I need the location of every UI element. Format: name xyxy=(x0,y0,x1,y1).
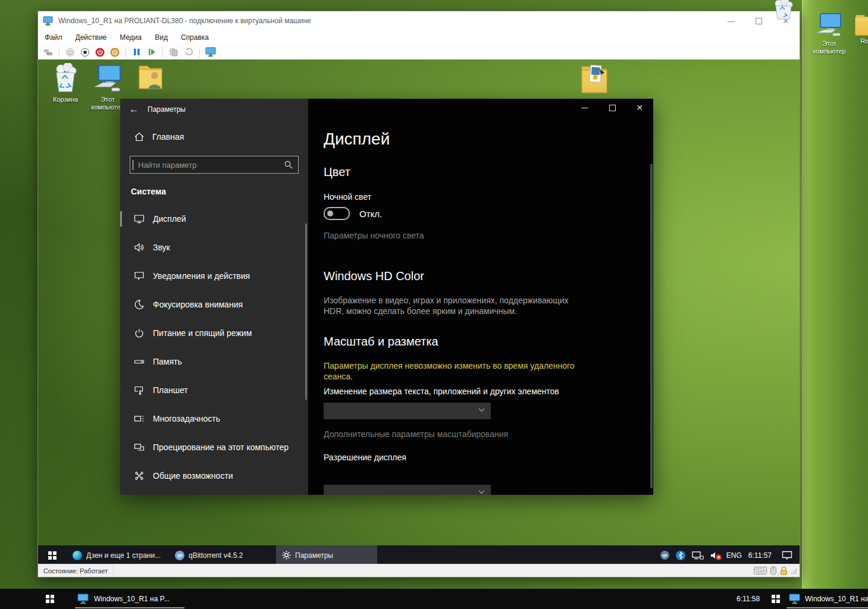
storage-icon xyxy=(133,356,145,368)
content-scrollbar[interactable] xyxy=(650,164,653,488)
host-task-vm-window-2[interactable]: Windows_10_R1 на P... xyxy=(789,589,868,609)
vm-status-bar: Состояние: Работает xyxy=(38,564,800,577)
host-clock[interactable]: 6:11:58 xyxy=(737,595,760,603)
settings-maximize-button[interactable] xyxy=(598,99,626,117)
host-task-vm-window[interactable]: Windows_10_R1 на P... xyxy=(77,589,170,609)
vm-user-folder-icon[interactable] xyxy=(137,62,164,93)
scale-dropdown[interactable] xyxy=(324,403,491,419)
vm-window-icon xyxy=(43,16,54,26)
action-center-icon[interactable] xyxy=(782,551,792,560)
nav-label: Проецирование на этот компьютер xyxy=(153,442,289,452)
search-icon[interactable] xyxy=(284,160,293,169)
vm-screen: Корзина Этот компьютер xyxy=(38,59,800,565)
this-pc-monitor-icon xyxy=(816,13,843,37)
sidebar-item-projecting[interactable]: Проецирование на этот компьютер xyxy=(120,433,308,462)
sidebar-item-multitasking[interactable]: Многозадачность xyxy=(120,404,308,433)
resume-icon[interactable] xyxy=(146,47,157,58)
selected-indicator xyxy=(120,211,122,227)
network-icon[interactable] xyxy=(692,551,704,560)
sidebar-item-home[interactable]: Главная xyxy=(120,120,308,147)
ctrl-alt-del-icon[interactable] xyxy=(43,47,54,58)
resolution-dropdown[interactable] xyxy=(324,485,491,495)
turn-off-icon[interactable] xyxy=(80,47,90,58)
nav-label: Многозадачность xyxy=(153,414,220,423)
nav-label: Уведомления и действия xyxy=(153,271,250,281)
volume-muted-icon[interactable] xyxy=(710,551,720,560)
sidebar-item-power-sleep[interactable]: Питание и спящий режим xyxy=(120,319,308,347)
vm-connection-window: Windows_10_R1 на PROLIANT-DL380 - подклю… xyxy=(37,11,800,577)
qbittorrent-icon: qb xyxy=(175,551,184,560)
vm-system-tray: qb ENG 6:11:57 xyxy=(660,545,800,565)
tray-qbittorrent-icon[interactable]: qb xyxy=(660,551,669,560)
projecting-icon xyxy=(133,441,145,453)
settings-close-button[interactable]: ✕ xyxy=(626,99,653,117)
nav-label: Дисплей xyxy=(153,214,186,224)
scale-heading: Масштаб и разметка xyxy=(324,335,438,349)
host-start-button[interactable] xyxy=(36,589,64,609)
save-state-icon[interactable] xyxy=(109,47,120,58)
host-start-button-2[interactable] xyxy=(764,589,788,609)
sidebar-item-notifications[interactable]: Уведомления и действия xyxy=(120,262,308,290)
host-this-pc-icon[interactable]: Этот компьютер xyxy=(810,13,849,55)
vm-start-button[interactable] xyxy=(38,545,67,565)
vm-minimize-button[interactable]: — xyxy=(717,12,745,30)
sidebar-item-display[interactable]: Дисплей xyxy=(120,205,308,233)
resize-grip[interactable] xyxy=(791,568,797,574)
task-label: Параметры xyxy=(295,551,333,560)
vm-recycle-bin-icon[interactable]: Корзина xyxy=(46,63,85,103)
sidebar-item-shared-experiences[interactable]: Общие возможности xyxy=(120,462,308,490)
host-task-label: Windows_10_R1 на P... xyxy=(94,595,170,603)
host-task-indicator xyxy=(75,607,184,608)
keyboard-status-icon xyxy=(754,567,767,575)
sidebar-item-sound[interactable]: Звук xyxy=(120,233,308,262)
bluetooth-icon[interactable] xyxy=(676,551,685,560)
sidebar-item-focus-assist[interactable]: Фокусировка внимания xyxy=(120,290,308,319)
night-light-label: Ночной свет xyxy=(324,192,371,202)
vm-this-pc-label-1: Этот xyxy=(101,96,115,103)
menu-file[interactable]: Файл xyxy=(38,32,69,43)
advanced-scaling-link[interactable]: Дополнительные параметры масштабирования xyxy=(324,429,508,439)
search-input[interactable] xyxy=(133,160,284,170)
tablet-icon xyxy=(133,384,145,396)
nav-label: Память xyxy=(153,357,182,366)
night-light-toggle[interactable] xyxy=(324,207,350,220)
enhanced-session-icon[interactable] xyxy=(205,47,216,58)
vm-recycle-bin-label: Корзина xyxy=(46,96,85,103)
host-folder-icon[interactable]: Ror xyxy=(854,13,868,45)
settings-search-box[interactable] xyxy=(130,156,299,174)
vm-pictures-folder-icon[interactable] xyxy=(579,62,609,98)
vm-taskbar: Дзен и еще 1 страни... qb qBittorrent v4… xyxy=(38,545,800,565)
menu-action[interactable]: Действие xyxy=(69,32,114,43)
language-indicator[interactable]: ENG xyxy=(726,551,742,560)
taskbar-task-qbittorrent[interactable]: qb qBittorrent v4.5.2 xyxy=(169,545,276,565)
vm-window-title: Windows_10_R1 на PROLIANT-DL380 - подклю… xyxy=(58,17,311,25)
nav-label: Фокусировка внимания xyxy=(153,300,243,309)
vm-maximize-button[interactable] xyxy=(745,12,772,30)
menu-help[interactable]: Справка xyxy=(174,32,215,43)
host-taskbar: Windows_10_R1 на P... 6:11:58 Windows_10… xyxy=(0,589,868,609)
home-label: Главная xyxy=(152,132,184,142)
menu-view[interactable]: Вид xyxy=(148,32,174,43)
scale-label: Изменение размера текста, приложений и д… xyxy=(324,387,559,396)
vm-clock[interactable]: 6:11:57 xyxy=(748,551,772,560)
vm-window-titlebar[interactable]: Windows_10_R1 на PROLIANT-DL380 - подклю… xyxy=(38,11,800,30)
back-icon[interactable]: ← xyxy=(120,104,148,115)
taskbar-task-edge[interactable]: Дзен и еще 1 страни... xyxy=(67,545,169,565)
home-icon xyxy=(133,131,145,143)
host-recycle-bin-icon[interactable] xyxy=(772,0,795,23)
shut-down-icon[interactable] xyxy=(95,47,105,58)
windows-logo-icon xyxy=(772,595,780,603)
pause-icon[interactable] xyxy=(131,47,142,58)
taskbar-task-settings[interactable]: Параметры xyxy=(276,545,377,565)
revert-icon xyxy=(183,47,194,58)
sidebar-item-storage[interactable]: Память xyxy=(120,347,308,376)
vm-menubar: Файл Действие Медиа Вид Справка xyxy=(38,30,800,45)
settings-minimize-button[interactable]: — xyxy=(571,99,598,117)
sidebar-item-tablet[interactable]: Планшет xyxy=(120,376,308,404)
night-light-settings-link[interactable]: Параметры ночного света xyxy=(324,231,424,240)
host-this-pc-label-2: компьютер xyxy=(813,48,845,55)
sound-icon xyxy=(133,241,145,253)
edge-browser-icon xyxy=(73,551,82,560)
menu-media[interactable]: Медиа xyxy=(113,32,148,43)
sidebar-scrollbar[interactable] xyxy=(305,224,307,400)
